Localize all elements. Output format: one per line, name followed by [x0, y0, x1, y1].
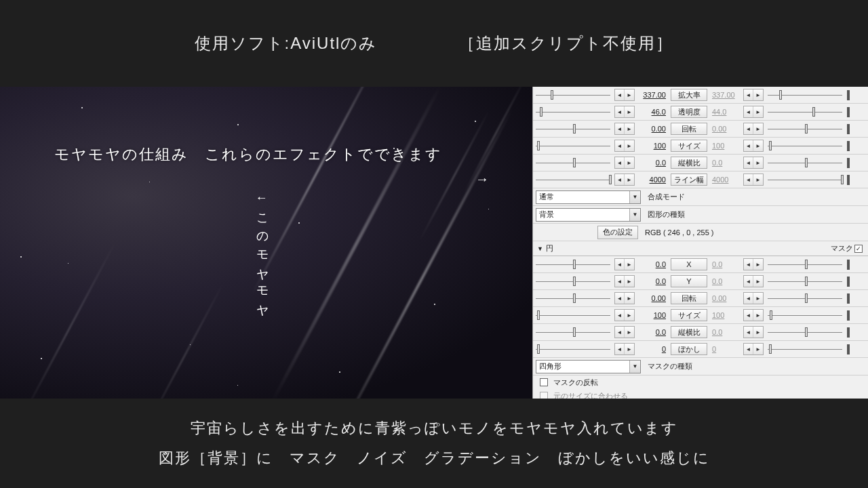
param-label-button[interactable]: 回転 — [671, 292, 707, 304]
mask-checkbox[interactable]: ✓ — [854, 245, 863, 253]
value-left[interactable]: 0 — [636, 345, 669, 353]
value-left[interactable]: 0.0 — [636, 159, 669, 167]
arrow-left-icon[interactable]: ◄ — [615, 140, 625, 151]
arrow-left-icon[interactable]: ◄ — [615, 310, 625, 321]
stepper-right[interactable]: ◄► — [743, 157, 764, 169]
slider-right[interactable] — [768, 174, 842, 185]
slider-right[interactable] — [768, 157, 842, 168]
value-right[interactable]: 44.0 — [709, 108, 742, 116]
arrow-right-icon[interactable]: ► — [753, 174, 763, 185]
arrow-right-icon[interactable]: ► — [753, 259, 763, 270]
value-left[interactable]: 337.00 — [636, 91, 669, 99]
arrow-left-icon[interactable]: ◄ — [744, 89, 753, 100]
arrow-left-icon[interactable]: ◄ — [744, 310, 753, 321]
value-right[interactable]: 0.00 — [709, 125, 742, 133]
value-left[interactable]: 0.0 — [636, 260, 669, 268]
stepper-left[interactable]: ◄► — [614, 292, 635, 304]
shape-type-dropdown[interactable]: 背景 ▼ — [536, 208, 641, 222]
param-label-button[interactable]: X — [671, 258, 707, 270]
stepper-left[interactable]: ◄► — [614, 326, 635, 338]
arrow-left-icon[interactable]: ◄ — [744, 174, 753, 185]
stepper-right[interactable]: ◄► — [743, 275, 764, 287]
stepper-left[interactable]: ◄► — [614, 309, 635, 321]
slider-right[interactable] — [768, 106, 842, 117]
stepper-left[interactable]: ◄► — [614, 123, 635, 135]
param-label-button[interactable]: 回転 — [671, 123, 707, 135]
stepper-left[interactable]: ◄► — [614, 275, 635, 287]
stepper-right[interactable]: ◄► — [743, 343, 764, 355]
value-left[interactable]: 0.0 — [636, 277, 669, 285]
arrow-right-icon[interactable]: ► — [753, 123, 763, 134]
arrow-right-icon[interactable]: ► — [753, 310, 763, 321]
slider-left[interactable] — [536, 89, 610, 100]
link-handle[interactable] — [847, 327, 851, 337]
stepper-left[interactable]: ◄► — [614, 140, 635, 152]
stepper-right[interactable]: ◄► — [743, 174, 764, 186]
stepper-right[interactable]: ◄► — [743, 140, 764, 152]
link-handle[interactable] — [847, 158, 851, 167]
slider-left[interactable] — [536, 259, 610, 270]
value-right[interactable]: 100 — [709, 142, 742, 150]
param-label-button[interactable]: 縦横比 — [671, 157, 707, 169]
slider-left[interactable] — [536, 310, 610, 321]
stepper-left[interactable]: ◄► — [614, 157, 635, 169]
arrow-right-icon[interactable]: ► — [753, 327, 763, 338]
param-label-button[interactable]: サイズ — [671, 140, 707, 152]
value-left[interactable]: 100 — [636, 311, 669, 319]
slider-left[interactable] — [536, 174, 610, 185]
stepper-right[interactable]: ◄► — [743, 309, 764, 321]
arrow-right-icon[interactable]: ► — [753, 89, 763, 100]
arrow-left-icon[interactable]: ◄ — [615, 276, 625, 287]
stepper-right[interactable]: ◄► — [743, 123, 764, 135]
arrow-right-icon[interactable]: ► — [625, 123, 634, 134]
arrow-left-icon[interactable]: ◄ — [615, 259, 625, 270]
slider-right[interactable] — [768, 327, 842, 338]
param-label-button[interactable]: サイズ — [671, 309, 707, 321]
arrow-right-icon[interactable]: ► — [753, 276, 763, 287]
value-right[interactable]: 0 — [709, 345, 742, 353]
arrow-left-icon[interactable]: ◄ — [744, 327, 753, 338]
link-handle[interactable] — [847, 124, 851, 134]
stepper-right[interactable]: ◄► — [743, 89, 764, 101]
slider-right[interactable] — [768, 293, 842, 304]
arrow-right-icon[interactable]: ► — [753, 157, 763, 168]
arrow-left-icon[interactable]: ◄ — [615, 174, 625, 185]
arrow-right-icon[interactable]: ► — [753, 140, 763, 151]
arrow-left-icon[interactable]: ◄ — [744, 276, 753, 287]
value-right[interactable]: 0.00 — [709, 294, 742, 302]
slider-right[interactable] — [768, 310, 842, 321]
link-handle[interactable] — [847, 175, 851, 184]
arrow-left-icon[interactable]: ◄ — [615, 327, 625, 338]
slider-left[interactable] — [536, 276, 610, 287]
slider-right[interactable] — [768, 140, 842, 151]
stepper-right[interactable]: ◄► — [743, 106, 764, 118]
mask-section-header[interactable]: ▼ 円 マスク ✓ — [533, 241, 868, 256]
mask-type-dropdown[interactable]: 四角形 ▼ — [536, 360, 641, 373]
stepper-right[interactable]: ◄► — [743, 326, 764, 338]
value-right[interactable]: 337.00 — [709, 91, 742, 99]
slider-left[interactable] — [536, 157, 610, 168]
link-handle[interactable] — [847, 107, 851, 117]
value-right[interactable]: 0.0 — [709, 328, 742, 336]
link-handle[interactable] — [847, 344, 851, 354]
color-settings-button[interactable]: 色の設定 — [597, 226, 638, 239]
param-label-button[interactable]: ぼかし — [671, 343, 707, 355]
slider-left[interactable] — [536, 293, 610, 304]
slider-left[interactable] — [536, 106, 610, 117]
param-label-button[interactable]: 拡大率 — [671, 89, 707, 101]
slider-right[interactable] — [768, 259, 842, 270]
value-right[interactable]: 0.0 — [709, 260, 742, 268]
arrow-right-icon[interactable]: ► — [625, 157, 634, 168]
arrow-left-icon[interactable]: ◄ — [744, 259, 753, 270]
arrow-right-icon[interactable]: ► — [625, 310, 634, 321]
link-handle[interactable] — [847, 277, 851, 286]
arrow-left-icon[interactable]: ◄ — [615, 344, 625, 354]
value-left[interactable]: 0.0 — [636, 328, 669, 336]
blend-mode-dropdown[interactable]: 通常 ▼ — [536, 190, 641, 204]
arrow-right-icon[interactable]: ► — [753, 293, 763, 304]
link-handle[interactable] — [847, 90, 851, 100]
arrow-left-icon[interactable]: ◄ — [615, 157, 625, 168]
value-left[interactable]: 4000 — [636, 176, 669, 184]
arrow-right-icon[interactable]: ► — [625, 259, 634, 270]
value-left[interactable]: 0.00 — [636, 125, 669, 133]
